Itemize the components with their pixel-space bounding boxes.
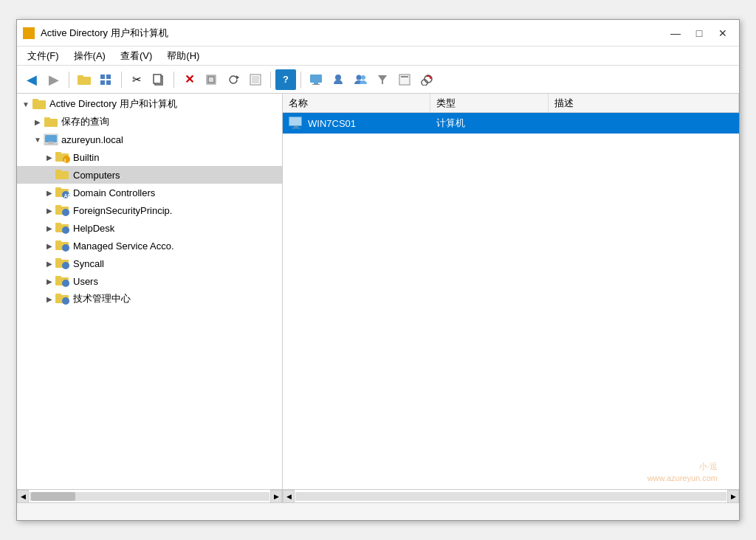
- refresh-button[interactable]: [223, 69, 244, 90]
- col-header-name[interactable]: 名称: [283, 94, 430, 112]
- toolbar: ◀ ▶ ✂ ✕ ?: [17, 66, 739, 94]
- tech-toggle[interactable]: ▶: [44, 293, 55, 305]
- tree-root[interactable]: ▼ Active Directory 用户和计算机: [17, 95, 282, 113]
- saved-queries-toggle[interactable]: ▶: [32, 116, 44, 128]
- svg-point-53: [62, 262, 69, 269]
- minimize-button[interactable]: —: [665, 25, 686, 41]
- msa-label: Managed Service Acco.: [73, 240, 174, 252]
- cut-button[interactable]: ✂: [126, 69, 147, 90]
- copy2-button[interactable]: [201, 69, 221, 90]
- forward-button[interactable]: ▶: [44, 69, 64, 90]
- svg-point-17: [357, 75, 362, 80]
- cell-win7cs01-type: 计算机: [430, 114, 549, 133]
- left-scroll-right[interactable]: ▶: [270, 490, 282, 503]
- monitor-button[interactable]: [306, 69, 326, 90]
- users1-button[interactable]: [328, 69, 348, 90]
- svg-rect-31: [48, 142, 54, 144]
- tree-tech-center[interactable]: ▶ 技术管理中心: [17, 290, 282, 308]
- tree-managed-service[interactable]: ▶ Managed Service Acco.: [17, 237, 282, 255]
- fsp-label: ForeignSecurityPrincip.: [73, 205, 172, 216]
- root-label: Active Directory 用户和计算机: [49, 97, 177, 111]
- svg-rect-1: [78, 75, 83, 78]
- svg-point-18: [361, 75, 365, 80]
- right-scroll-left[interactable]: ◀: [283, 490, 295, 503]
- builtin-toggle[interactable]: ▶: [44, 151, 55, 163]
- content-panel: 名称 类型 描述 WIN7CS01 计算机: [283, 94, 739, 489]
- back-button[interactable]: ◀: [21, 69, 42, 90]
- list-view-button[interactable]: [96, 69, 117, 90]
- root-icon: [32, 97, 47, 111]
- toolbar-sep-4: [270, 72, 271, 88]
- saved-queries-icon: [44, 114, 58, 129]
- cell-win7cs01-desc: [549, 120, 739, 126]
- svg-rect-7: [154, 75, 161, 83]
- toolbar-sep-1: [69, 72, 69, 88]
- tree-panel[interactable]: ▼ Active Directory 用户和计算机 ▶ 保存的查询 ▼: [17, 94, 283, 489]
- dc-label: Domain Controllers: [73, 187, 155, 198]
- left-scroll-left[interactable]: ◀: [17, 490, 29, 503]
- helpdesk-toggle[interactable]: ▶: [44, 222, 55, 234]
- dc-toggle[interactable]: ▶: [44, 187, 55, 198]
- svg-point-50: [62, 244, 69, 252]
- tree-foreign-security[interactable]: ▶ ForeignSecurityPrincip.: [17, 201, 282, 219]
- delete-button[interactable]: ✕: [179, 69, 199, 90]
- svg-rect-14: [314, 83, 318, 84]
- users2-button[interactable]: [350, 69, 371, 90]
- help-button[interactable]: ?: [275, 69, 296, 90]
- toolbar-sep-3: [173, 72, 174, 88]
- right-scroll-right[interactable]: ▶: [727, 490, 739, 503]
- col-header-desc[interactable]: 描述: [549, 94, 739, 112]
- tree-domain-controllers[interactable]: ▶ AD Domain Controllers: [17, 184, 282, 201]
- svg-marker-10: [236, 75, 239, 80]
- svg-rect-5: [106, 80, 111, 85]
- more-button[interactable]: [245, 69, 266, 90]
- col-header-type[interactable]: 类型: [430, 94, 549, 112]
- tree-helpdesk[interactable]: ▶ HelpDesk: [17, 219, 282, 237]
- helpdesk-label: HelpDesk: [73, 223, 114, 234]
- svg-rect-55: [55, 276, 61, 279]
- right-scrollbar[interactable]: ◀ ▶: [283, 490, 739, 502]
- azureyun-toggle[interactable]: ▼: [32, 134, 44, 145]
- svg-rect-33: [55, 152, 61, 155]
- svg-rect-12: [252, 76, 259, 83]
- menu-file[interactable]: 文件(F): [20, 48, 66, 64]
- syncall-toggle[interactable]: ▶: [44, 257, 55, 269]
- menu-help[interactable]: 帮助(H): [159, 48, 207, 64]
- svg-marker-19: [378, 75, 387, 84]
- main-content: ▼ Active Directory 用户和计算机 ▶ 保存的查询 ▼: [17, 94, 739, 489]
- tree-computers[interactable]: ▶ Computers: [17, 166, 282, 184]
- menu-action[interactable]: 操作(A): [66, 48, 113, 64]
- left-scroll-thumb[interactable]: [31, 492, 75, 501]
- tree-builtin[interactable]: ▶ i Builtin: [17, 148, 282, 166]
- tree-users[interactable]: ▶ Users: [17, 272, 282, 290]
- filter-button[interactable]: [372, 69, 393, 90]
- right-scroll-track: [295, 492, 726, 501]
- svg-rect-2: [100, 75, 105, 79]
- list-row-win7cs01[interactable]: WIN7CS01 计算机: [283, 113, 739, 134]
- msa-toggle[interactable]: ▶: [44, 240, 55, 252]
- copy-button[interactable]: [148, 69, 169, 90]
- toolbar-sep-2: [121, 72, 122, 88]
- menu-view[interactable]: 查看(V): [113, 48, 159, 64]
- svg-rect-21: [401, 76, 408, 77]
- maximize-button[interactable]: □: [689, 25, 709, 41]
- svg-rect-58: [55, 294, 61, 297]
- tree-syncall[interactable]: ▶ Syncall: [17, 255, 282, 272]
- query-button[interactable]: [394, 69, 415, 90]
- users-toggle[interactable]: ▶: [44, 275, 55, 287]
- left-scroll-track: [30, 492, 269, 501]
- tree-azureyun[interactable]: ▼ azureyun.local: [17, 131, 282, 148]
- svg-rect-25: [32, 99, 38, 102]
- svg-point-44: [62, 209, 69, 216]
- fsp-toggle[interactable]: ▶: [44, 204, 55, 216]
- builtin-icon: i: [55, 150, 70, 165]
- folder-open-button[interactable]: [74, 69, 94, 90]
- close-button[interactable]: ✕: [712, 25, 733, 41]
- root-toggle[interactable]: ▼: [20, 98, 32, 110]
- svg-rect-63: [289, 117, 301, 125]
- tree-saved-queries[interactable]: ▶ 保存的查询: [17, 113, 282, 131]
- computers-icon: [55, 167, 70, 182]
- left-scrollbar[interactable]: ◀ ▶: [17, 490, 283, 502]
- menu-bar: 文件(F) 操作(A) 查看(V) 帮助(H): [17, 46, 739, 66]
- refresh2-button[interactable]: [416, 69, 437, 90]
